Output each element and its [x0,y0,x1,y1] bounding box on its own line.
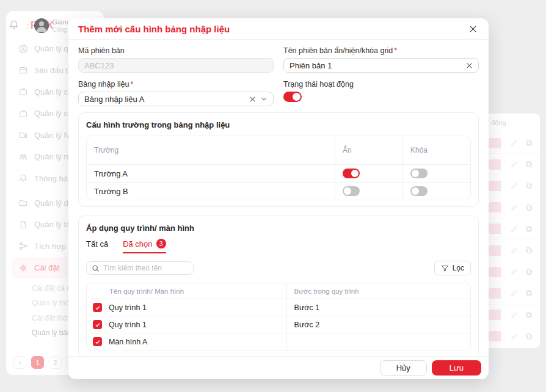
row-checkbox[interactable] [93,337,102,346]
field-label: Bảng nhập liệu* [78,80,274,89]
avatar [34,18,49,33]
table-row: Màn hình A [87,333,470,350]
ma-phien-ban-input-wrap [78,58,274,73]
modal-title: Thêm mới cấu hình bảng nhập liệu [78,24,230,34]
cancel-button[interactable]: Hủy [380,360,427,376]
check-icon [95,322,101,328]
column-header-buoc: Bước trong quy trình [286,283,470,299]
search-icon [92,264,100,272]
check-icon [95,305,101,311]
hide-toggle[interactable] [343,186,360,196]
ten-phien-ban-input[interactable] [289,61,462,70]
filter-icon [441,264,449,272]
clear-icon[interactable] [249,96,256,103]
row-name: Quy trình 1 [109,303,147,312]
table-header-row: Trường Ẩn Khóa [87,136,470,164]
select-value: Bảng nhập liệu A [84,95,144,104]
column-header-khoa: Khóa [402,136,470,164]
search-input[interactable] [103,264,188,272]
column-header-ten: Tên quy trình/ Màn hình [87,283,286,299]
table-row: Trường B [87,182,470,200]
modal-them-moi-cau-hinh: Thêm mới cấu hình bảng nhập liệu Mã phiê… [68,18,489,379]
field-config-title: Cấu hình trường trong bảng nhập liệu [86,120,471,129]
apply-table: Tên quy trình/ Màn hình Bước trong quy t… [86,283,471,350]
table-row: Quy trình 1 Bước 2 [87,316,470,333]
field-name: Trường A [87,165,335,182]
modal-body: Mã phiên bản Tên phiên bản ẩn/hiện/khóa … [68,40,489,356]
save-button[interactable]: Lưu [432,360,481,376]
row-checkbox[interactable] [93,303,102,312]
hide-toggle[interactable] [343,169,360,178]
selected-count-badge: 3 [156,239,166,249]
field-config-table: Trường Ẩn Khóa Trường A Trường B [86,136,471,200]
filter-button[interactable]: Lọc [434,261,471,275]
row-step: Bước 2 [286,316,470,333]
field-name: Trường B [87,183,335,200]
required-asterisk: * [394,46,397,55]
column-header-an: Ẩn [335,136,402,164]
clear-icon[interactable] [466,62,473,69]
field-ma-phien-ban: Mã phiên bản [78,46,274,73]
row-step [286,333,470,350]
bang-nhap-lieu-select[interactable]: Bảng nhập liệu A [78,92,274,106]
table-row: Trường A [87,164,470,182]
search-box[interactable] [86,261,194,275]
ten-phien-ban-input-wrap [283,58,479,73]
row-name: Quy trình 1 [109,321,147,329]
modal-header: Thêm mới cấu hình bảng nhập liệu [68,18,489,40]
trang-thai-toggle[interactable] [283,92,302,102]
tab-tat-ca[interactable]: Tất cả [86,239,108,253]
toolbar: Lọc [86,261,471,275]
row-name: Màn hình A [109,338,147,346]
required-asterisk: * [130,80,133,89]
apply-card: Áp dụng quy trình/ màn hình Tất cả Đã ch… [78,216,479,356]
field-bang-nhap-lieu: Bảng nhập liệu* Bảng nhập liệu A [78,80,274,106]
tab-da-chon[interactable]: Đã chọn 3 [123,239,166,253]
modal-footer: Hủy Lưu [68,356,489,379]
table-header-row: Tên quy trình/ Màn hình Bước trong quy t… [87,283,470,299]
row-step: Bước 1 [286,299,470,316]
tabs: Tất cả Đã chọn 3 [86,239,471,253]
field-ten-phien-ban: Tên phiên bản ẩn/hiện/khóa grid* [283,46,479,73]
field-config-card: Cấu hình trường trong bảng nhập liệu Trư… [78,112,479,207]
table-row: Quy trình 1 Bước 1 [87,299,470,316]
lock-toggle[interactable] [410,186,428,196]
field-trang-thai: Trạng thái hoạt động [283,80,479,106]
field-label: Tên phiên bản ẩn/hiện/khóa grid* [283,46,479,55]
chevron-down-icon[interactable] [260,95,268,103]
close-icon[interactable] [467,23,479,35]
ma-phien-ban-input [84,61,268,70]
column-header-truong: Trường [87,136,335,164]
row-checkbox[interactable] [93,320,102,329]
field-label: Trạng thái hoạt động [283,80,479,89]
check-icon [95,339,101,345]
lock-toggle[interactable] [410,169,428,178]
field-label: Mã phiên bản [78,46,274,55]
apply-title: Áp dụng quy trình/ màn hình [86,223,471,233]
